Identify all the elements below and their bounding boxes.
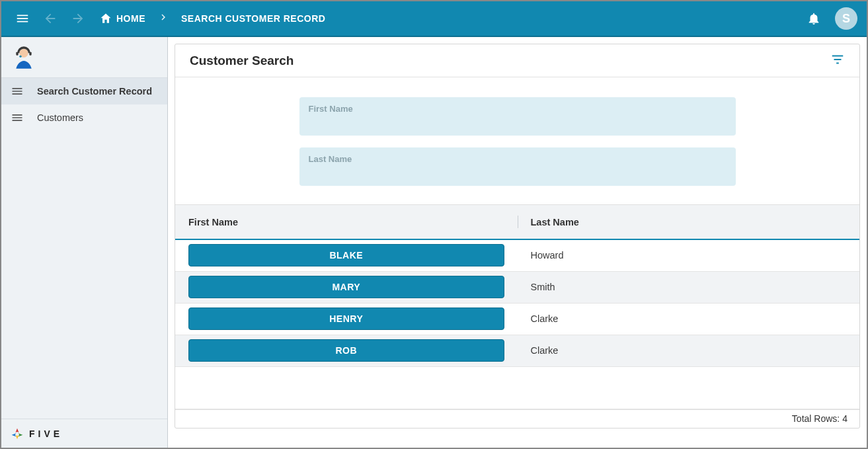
sidebar-nav: Search Customer Record Customers [1, 78, 167, 419]
breadcrumb-home-label: HOME [116, 13, 145, 24]
cell-last-name: Clarke [518, 335, 860, 366]
table-row[interactable]: ROBClarke [175, 335, 859, 366]
card-title: Customer Search [190, 54, 294, 68]
arrow-forward-icon [71, 11, 85, 26]
svg-marker-5 [12, 433, 17, 436]
breadcrumb-home[interactable]: HOME [94, 12, 151, 25]
support-agent-icon [11, 44, 37, 71]
menu-lines-icon [11, 111, 25, 124]
main-content: Customer Search First Name Last Name [168, 37, 867, 448]
breadcrumb-chevron [157, 11, 169, 26]
total-rows-value: 4 [842, 413, 848, 424]
breadcrumb-page-label: SEARCH CUSTOMER RECORD [181, 13, 325, 24]
customer-first-name-button[interactable]: HENRY [188, 307, 504, 330]
cell-first-name: BLAKE [175, 239, 518, 271]
hamburger-menu-button[interactable] [11, 7, 34, 30]
sidebar-item-label: Customers [37, 112, 83, 123]
svg-marker-7 [16, 434, 19, 439]
brand-name: FIVE [29, 429, 63, 439]
customer-first-name-button[interactable]: MARY [188, 276, 504, 298]
menu-lines-icon [11, 85, 25, 98]
first-name-field[interactable]: First Name [299, 97, 736, 136]
cell-last-name: Clarke [518, 303, 860, 335]
last-name-label: Last Name [309, 154, 727, 164]
brand-logo-icon [9, 427, 25, 440]
cell-first-name: MARY [175, 271, 518, 303]
menu-icon [15, 11, 30, 26]
table-empty-space [175, 367, 859, 409]
column-header-first-name[interactable]: First Name [175, 205, 518, 239]
first-name-label: First Name [309, 104, 727, 114]
filter-button[interactable] [830, 52, 845, 69]
results-table: First Name Last Name BLAKEHowardMARYSmit… [175, 205, 859, 367]
chevron-right-icon [157, 11, 169, 23]
svg-point-3 [19, 55, 21, 57]
nav-forward-button[interactable] [66, 7, 90, 30]
svg-marker-4 [16, 428, 19, 432]
user-avatar[interactable]: S [835, 7, 857, 30]
total-rows-label: Total Rows: [792, 413, 840, 424]
customer-first-name-button[interactable]: ROB [188, 339, 504, 362]
last-name-field[interactable]: Last Name [299, 147, 736, 186]
cell-last-name: Howard [518, 239, 860, 271]
customer-search-card: Customer Search First Name Last Name [175, 44, 860, 429]
results-table-wrap: First Name Last Name BLAKEHowardMARYSmit… [175, 204, 859, 428]
filter-icon [830, 52, 845, 67]
table-row[interactable]: HENRYClarke [175, 303, 859, 335]
sidebar-persona [1, 37, 167, 78]
sidebar-item-label: Search Customer Record [37, 86, 152, 97]
column-header-last-name[interactable]: Last Name [518, 205, 860, 239]
sidebar-item-customers[interactable]: Customers [1, 104, 167, 131]
sidebar: Search Customer Record Customers FIVE [1, 37, 168, 448]
breadcrumb-page[interactable]: SEARCH CUSTOMER RECORD [176, 13, 331, 24]
svg-marker-6 [19, 433, 23, 436]
table-row[interactable]: BLAKEHoward [175, 239, 859, 271]
user-initial: S [842, 12, 850, 26]
last-name-input[interactable] [309, 164, 727, 181]
sidebar-item-search-customer-record[interactable]: Search Customer Record [1, 78, 167, 104]
home-icon [99, 12, 112, 25]
notifications-button[interactable] [802, 7, 826, 30]
svg-rect-1 [16, 52, 18, 55]
card-header: Customer Search [175, 44, 859, 77]
svg-rect-2 [29, 52, 31, 55]
bell-icon [807, 11, 821, 26]
cell-last-name: Smith [518, 271, 860, 303]
nav-back-button[interactable] [38, 7, 62, 30]
search-form: First Name Last Name [175, 77, 859, 204]
table-row[interactable]: MARYSmith [175, 271, 859, 303]
table-footer: Total Rows: 4 [175, 409, 859, 428]
table-header-row: First Name Last Name [175, 205, 859, 239]
app-bar: HOME SEARCH CUSTOMER RECORD S [1, 1, 867, 37]
arrow-back-icon [43, 11, 58, 26]
sidebar-brand: FIVE [1, 419, 167, 448]
first-name-input[interactable] [309, 114, 727, 131]
cell-first-name: HENRY [175, 303, 518, 335]
cell-first-name: ROB [175, 335, 518, 366]
customer-first-name-button[interactable]: BLAKE [188, 244, 504, 266]
